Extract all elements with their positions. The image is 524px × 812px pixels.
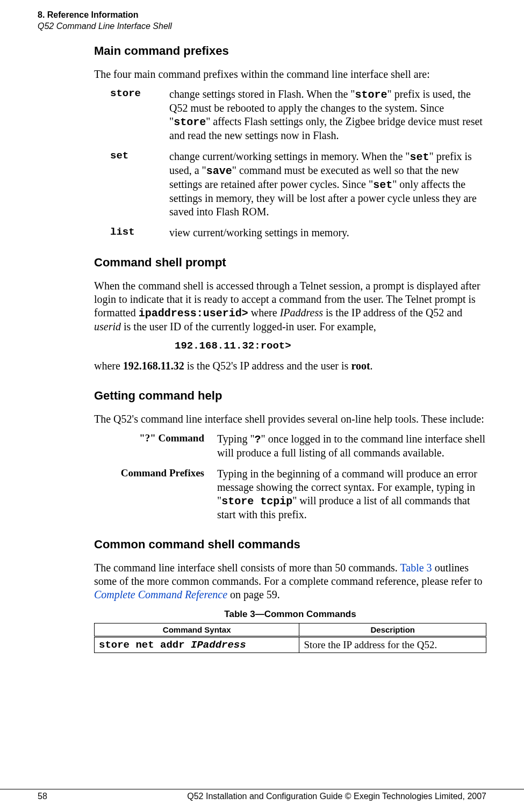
chapter-subtitle: Q52 Command Line Interface Shell (38, 21, 486, 32)
help-term: "?" Command (102, 432, 217, 460)
bold-text: root (351, 360, 370, 372)
main-content: Main command prefixes The four main comm… (94, 44, 486, 653)
running-header: 8. Reference Information Q52 Command Lin… (38, 10, 486, 32)
prefix-list: store change settings stored in Flash. W… (110, 88, 486, 240)
text: is the user ID of the currently logged-i… (121, 321, 376, 332)
keyword: set (410, 151, 429, 163)
text: Typing " (217, 433, 255, 445)
prefix-row-store: store change settings stored in Flash. W… (110, 88, 486, 142)
cross-ref-link[interactable]: Complete Command Reference (94, 589, 227, 600)
text: The command line interface shell consist… (94, 562, 400, 574)
prefix-desc: change settings stored in Flash. When th… (169, 88, 486, 142)
text: where (94, 360, 123, 372)
prefix-term: set (110, 150, 169, 219)
keyword: store (355, 89, 387, 101)
keyword: ? (255, 433, 261, 446)
text: . (370, 360, 373, 372)
chapter-title: 8. Reference Information (38, 10, 486, 21)
th-description: Description (299, 623, 486, 636)
common-paragraph: The command line interface shell consist… (94, 561, 486, 601)
help-intro: The Q52's command line interface shell p… (94, 412, 486, 426)
common-commands-table: Command Syntax Description store net add… (94, 623, 486, 653)
keyword: set (373, 179, 392, 191)
bold-text: 192.168.11.32 (123, 360, 184, 372)
page: 8. Reference Information Q52 Command Lin… (0, 0, 524, 812)
help-desc: Typing in the beginning of a command wil… (217, 467, 486, 521)
emphasis: userid (94, 321, 121, 332)
prefix-term: list (110, 226, 169, 240)
prefixes-intro: The four main command prefixes within th… (94, 68, 486, 81)
help-row-question: "?" Command Typing "?" once logged in to… (102, 432, 486, 460)
keyword: save (206, 165, 232, 177)
table-caption: Table 3—Common Commands (94, 609, 486, 620)
prefix-term: store (110, 88, 169, 142)
prefix-desc: change current/working settings in memor… (169, 150, 486, 219)
help-list: "?" Command Typing "?" once logged in to… (102, 432, 486, 521)
help-desc: Typing "?" once logged in to the command… (217, 432, 486, 460)
text: change current/working settings in memor… (169, 150, 410, 162)
prefix-row-set: set change current/working settings in m… (110, 150, 486, 219)
page-footer: 58 Q52 Installation and Configuration Gu… (0, 789, 524, 801)
heading-prompt: Command shell prompt (94, 256, 486, 270)
text: where (248, 307, 280, 318)
text: change settings stored in Flash. When th… (169, 88, 355, 100)
heading-help: Getting command help (94, 389, 486, 403)
code: ipaddress:userid> (139, 307, 248, 320)
prompt-paragraph-2: where 192.168.11.32 is the Q52's IP addr… (94, 359, 486, 373)
heading-common: Common command shell commands (94, 538, 486, 552)
prefix-row-list: list view current/working settings in me… (110, 226, 486, 240)
help-term: Command Prefixes (102, 467, 217, 521)
prompt-paragraph-1: When the command shell is accessed throu… (94, 279, 486, 334)
emphasis: IPaddress (280, 307, 323, 318)
table-row: store net addr IPaddress Store the IP ad… (95, 636, 486, 653)
text: on page 59. (227, 589, 280, 600)
page-number: 58 (38, 792, 47, 801)
keyword: store (174, 116, 206, 128)
text: is the Q52's IP address and the user is (184, 360, 351, 372)
text: " affects Flash settings only, the Zigbe… (169, 115, 483, 141)
footer-text: Q52 Installation and Configuration Guide… (187, 792, 486, 801)
keyword: store tcpip (221, 495, 292, 508)
cell-description: Store the IP address for the Q52. (299, 636, 486, 653)
command-param: IPaddress (191, 639, 246, 651)
prefix-desc: view current/working settings in memory. (169, 226, 486, 240)
th-syntax: Command Syntax (95, 623, 299, 636)
command-text: store net addr (99, 639, 191, 651)
help-row-prefixes: Command Prefixes Typing in the beginning… (102, 467, 486, 521)
table-header-row: Command Syntax Description (95, 623, 486, 636)
text: is the IP address of the Q52 and (323, 307, 462, 318)
cell-command: store net addr IPaddress (95, 636, 299, 653)
heading-prefixes: Main command prefixes (94, 44, 486, 58)
example-prompt: 192.168.11.32:root> (175, 340, 486, 352)
cross-ref-link[interactable]: Table 3 (400, 562, 432, 574)
